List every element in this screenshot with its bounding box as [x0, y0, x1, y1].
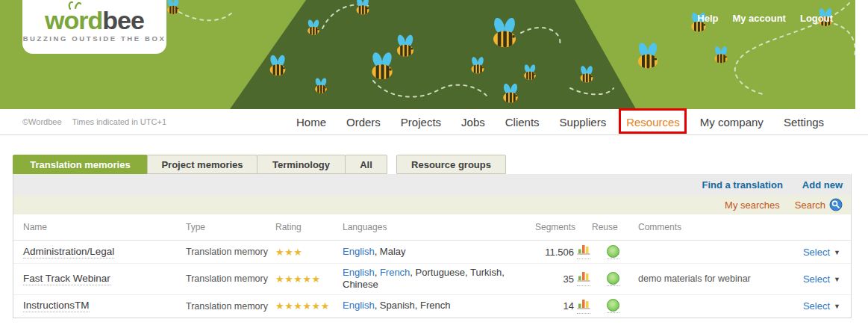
- logo-text: wordbee: [22, 7, 166, 34]
- segments-count: 35: [535, 273, 574, 285]
- segments-count: 14: [535, 300, 574, 312]
- language-text: ,: [375, 267, 380, 278]
- resource-tabs: Translation memoriesProject memoriesTerm…: [13, 155, 852, 174]
- translation-memories-panel: Find a translation Add new My searches S…: [13, 174, 852, 318]
- tab-spacer: [387, 155, 396, 174]
- find-a-translation-link[interactable]: Find a translation: [702, 179, 782, 191]
- nav-item-home[interactable]: Home: [296, 116, 326, 129]
- resource-type: Translation memory: [186, 247, 275, 257]
- table-header: Name Type Rating Languages Segments Reus…: [13, 214, 851, 241]
- reuse-green-dot-icon: [607, 245, 619, 258]
- reuse-indicator[interactable]: [607, 245, 619, 259]
- nav-item-orders[interactable]: Orders: [346, 116, 381, 129]
- logo-antennae-icon: [66, 1, 82, 10]
- logo-tagline: BUZZING OUTSIDE THE BOX: [22, 34, 166, 43]
- top-link-logout[interactable]: Logout: [800, 13, 833, 24]
- top-link-help[interactable]: Help: [697, 13, 718, 24]
- top-links: HelpMy accountLogout: [697, 13, 833, 24]
- resource-name-link[interactable]: InstructionsTM: [23, 300, 90, 312]
- select-dropdown[interactable]: Select▼: [780, 247, 851, 258]
- nav-items: HomeOrdersProjectsJobsClientsSuppliersRe…: [296, 109, 824, 134]
- comments-text: demo materials for webinar: [638, 273, 780, 284]
- logo-word: word: [45, 6, 102, 34]
- nav-item-resources[interactable]: Resources: [626, 116, 680, 129]
- nav-item-suppliers[interactable]: Suppliers: [560, 116, 607, 129]
- statistics-chart-icon[interactable]: [577, 271, 590, 282]
- rating-stars: ★★★: [275, 247, 343, 258]
- top-link-my-account[interactable]: My account: [732, 13, 786, 24]
- col-header-name[interactable]: Name: [23, 222, 186, 232]
- col-header-segments[interactable]: Segments: [535, 222, 574, 232]
- tab-resource-groups[interactable]: Resource groups: [396, 155, 506, 174]
- resource-type: Translation memory: [186, 301, 275, 312]
- select-label: Select: [803, 300, 830, 312]
- reuse-green-dot-icon: [607, 299, 619, 312]
- languages-cell: English, Malay: [343, 243, 535, 261]
- language-link[interactable]: English: [343, 246, 375, 257]
- nav-item-clients[interactable]: Clients: [505, 116, 540, 129]
- tab-terminology[interactable]: Terminology: [257, 155, 346, 174]
- statistics-icon-cell[interactable]: [577, 244, 590, 259]
- select-label: Select: [803, 247, 830, 258]
- segments-count: 11.506: [535, 247, 574, 258]
- chevron-down-icon: ▼: [834, 303, 840, 310]
- tab-project-memories[interactable]: Project memories: [147, 155, 257, 174]
- timezone-note: Times indicated in UTC+1: [72, 117, 166, 126]
- select-label: Select: [803, 273, 830, 285]
- table-body: Administration/LegalTranslation memory★★…: [13, 241, 851, 318]
- nav-item-projects[interactable]: Projects: [401, 116, 441, 129]
- table-row: InstructionsTMTranslation memory★★★★★★En…: [13, 295, 851, 318]
- nav-item-settings[interactable]: Settings: [784, 116, 824, 129]
- col-header-comments[interactable]: Comments: [638, 222, 780, 232]
- statistics-icon-cell[interactable]: [577, 271, 590, 286]
- main-navbar: ©Wordbee Times indicated in UTC+1 HomeOr…: [0, 109, 868, 135]
- search-label: Search: [795, 199, 825, 211]
- chevron-down-icon: ▼: [834, 276, 840, 283]
- reuse-indicator[interactable]: [607, 272, 619, 286]
- nav-item-jobs[interactable]: Jobs: [461, 116, 485, 129]
- rating-stars: ★★★★★: [275, 273, 343, 285]
- banner: wordbee BUZZING OUTSIDE THE BOX HelpMy a…: [0, 0, 855, 109]
- add-new-link[interactable]: Add new: [802, 179, 843, 191]
- tab-all[interactable]: All: [345, 155, 387, 174]
- col-header-type[interactable]: Type: [186, 222, 275, 232]
- search-bar: My searches Search: [13, 195, 851, 214]
- statistics-chart-icon[interactable]: [577, 299, 590, 310]
- language-link[interactable]: French: [380, 267, 410, 278]
- table-row: Fast Track WebinarTranslation memory★★★★…: [13, 264, 851, 295]
- nav-note: ©Wordbee Times indicated in UTC+1: [22, 109, 166, 134]
- logo-bee: bee: [102, 6, 144, 34]
- col-header-languages[interactable]: Languages: [343, 222, 535, 232]
- select-dropdown[interactable]: Select▼: [780, 273, 851, 285]
- search-icon[interactable]: [829, 198, 843, 211]
- my-searches-link[interactable]: My searches: [725, 199, 780, 211]
- language-link[interactable]: English: [343, 267, 375, 278]
- search-link[interactable]: Search: [795, 198, 843, 211]
- col-header-reuse[interactable]: Reuse: [574, 222, 638, 232]
- resource-name-link[interactable]: Administration/Legal: [23, 246, 114, 259]
- tab-translation-memories[interactable]: Translation memories: [13, 155, 148, 174]
- chevron-down-icon: ▼: [834, 249, 840, 256]
- select-dropdown[interactable]: Select▼: [780, 300, 851, 312]
- nav-item-my-company[interactable]: My company: [700, 116, 764, 129]
- statistics-icon-cell[interactable]: [577, 299, 590, 314]
- wordbee-logo[interactable]: wordbee BUZZING OUTSIDE THE BOX: [22, 0, 166, 54]
- reuse-green-dot-icon: [607, 272, 619, 285]
- language-link[interactable]: English: [343, 300, 375, 311]
- copyright-text: ©Wordbee: [22, 117, 62, 126]
- reuse-indicator[interactable]: [607, 299, 619, 313]
- resource-name-link[interactable]: Fast Track Webinar: [23, 273, 110, 285]
- col-header-rating[interactable]: Rating: [275, 222, 343, 232]
- statistics-chart-icon[interactable]: [577, 244, 590, 256]
- table-row: Administration/LegalTranslation memory★★…: [13, 241, 851, 264]
- resources-section: Translation memoriesProject memoriesTerm…: [13, 155, 852, 318]
- rating-stars: ★★★★★★: [275, 300, 343, 312]
- language-text: , Spanish, French: [375, 300, 451, 311]
- actions-bar: Find a translation Add new: [13, 174, 851, 195]
- languages-cell: English, French, Portuguese, Turkish, Ch…: [343, 264, 535, 294]
- resource-type: Translation memory: [186, 273, 275, 284]
- language-text: , Malay: [375, 246, 406, 257]
- languages-cell: English, Spanish, French: [343, 297, 535, 315]
